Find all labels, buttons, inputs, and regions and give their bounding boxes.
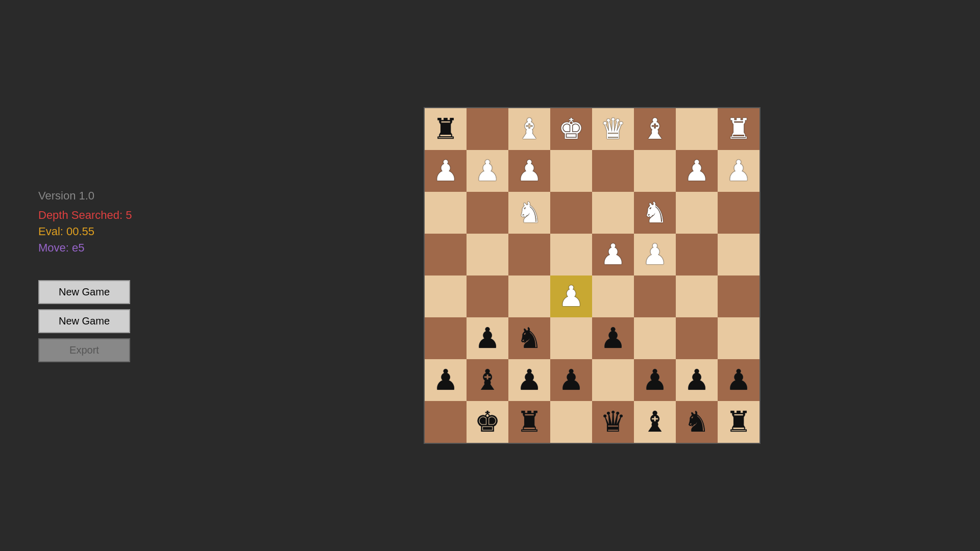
piece-0-5: ♝ (642, 115, 668, 143)
cell-5-4[interactable]: ♟ (592, 317, 634, 359)
cell-6-2[interactable]: ♟ (508, 359, 550, 401)
cell-7-7[interactable]: ♜ (718, 401, 760, 443)
cell-0-2[interactable]: ♝ (508, 108, 550, 150)
cell-6-1[interactable]: ♝ (467, 359, 508, 401)
cell-0-1[interactable] (467, 108, 508, 150)
cell-5-1[interactable]: ♟ (467, 317, 508, 359)
cell-3-4[interactable]: ♟ (592, 234, 634, 276)
cell-4-5[interactable] (634, 276, 676, 317)
piece-0-4: ♛ (600, 115, 626, 143)
cell-7-2[interactable]: ♜ (508, 401, 550, 443)
piece-0-0: ♜ (433, 115, 458, 143)
cell-1-4[interactable] (592, 150, 634, 192)
cell-7-0[interactable] (425, 401, 467, 443)
piece-6-6: ♟ (684, 366, 709, 394)
piece-7-2: ♜ (517, 408, 542, 436)
eval-label: Eval: 00.55 (38, 225, 166, 238)
piece-5-1: ♟ (475, 324, 500, 353)
cell-6-7[interactable]: ♟ (718, 359, 760, 401)
cell-0-7[interactable]: ♜ (718, 108, 760, 150)
piece-3-4: ♟ (600, 240, 626, 269)
cell-4-1[interactable] (467, 276, 508, 317)
piece-5-2: ♞ (517, 324, 542, 353)
cell-0-5[interactable]: ♝ (634, 108, 676, 150)
piece-6-0: ♟ (433, 366, 458, 394)
cell-6-3[interactable]: ♟ (550, 359, 592, 401)
board-container: ♜♝♚♛♝♜♟♟♟♟♟♞♞♟♟♟♟♞♟♟♝♟♟♟♟♟♚♜♛♝♞♜ (204, 107, 980, 444)
cell-7-5[interactable]: ♝ (634, 401, 676, 443)
piece-0-3: ♚ (558, 115, 584, 143)
piece-7-7: ♜ (726, 408, 751, 436)
cell-6-6[interactable]: ♟ (676, 359, 718, 401)
cell-0-3[interactable]: ♚ (550, 108, 592, 150)
cell-3-5[interactable]: ♟ (634, 234, 676, 276)
cell-2-4[interactable] (592, 192, 634, 234)
chess-board[interactable]: ♜♝♚♛♝♜♟♟♟♟♟♞♞♟♟♟♟♞♟♟♝♟♟♟♟♟♚♜♛♝♞♜ (424, 107, 761, 444)
cell-5-3[interactable] (550, 317, 592, 359)
piece-1-7: ♟ (726, 157, 751, 185)
cell-6-0[interactable]: ♟ (425, 359, 467, 401)
cell-1-5[interactable] (634, 150, 676, 192)
cell-4-2[interactable] (508, 276, 550, 317)
piece-5-4: ♟ (600, 324, 626, 353)
cell-5-7[interactable] (718, 317, 760, 359)
cell-1-6[interactable]: ♟ (676, 150, 718, 192)
cell-1-7[interactable]: ♟ (718, 150, 760, 192)
cell-3-6[interactable] (676, 234, 718, 276)
piece-6-5: ♟ (642, 366, 668, 394)
cell-3-1[interactable] (467, 234, 508, 276)
cell-7-1[interactable]: ♚ (467, 401, 508, 443)
piece-2-5: ♞ (642, 198, 668, 227)
cell-2-3[interactable] (550, 192, 592, 234)
cell-0-4[interactable]: ♛ (592, 108, 634, 150)
cell-3-7[interactable] (718, 234, 760, 276)
piece-7-6: ♞ (684, 408, 709, 436)
piece-4-3: ♟ (558, 282, 584, 311)
piece-7-4: ♛ (600, 408, 626, 436)
cell-6-4[interactable] (592, 359, 634, 401)
cell-2-2[interactable]: ♞ (508, 192, 550, 234)
cell-1-1[interactable]: ♟ (467, 150, 508, 192)
piece-7-5: ♝ (642, 408, 668, 436)
cell-1-0[interactable]: ♟ (425, 150, 467, 192)
cell-3-3[interactable] (550, 234, 592, 276)
version-label: Version 1.0 (38, 189, 166, 203)
cell-4-6[interactable] (676, 276, 718, 317)
sidebar: Version 1.0 Depth Searched: 5 Eval: 00.5… (0, 0, 204, 551)
piece-1-2: ♟ (517, 157, 542, 185)
cell-5-0[interactable] (425, 317, 467, 359)
cell-6-5[interactable]: ♟ (634, 359, 676, 401)
cell-2-6[interactable] (676, 192, 718, 234)
cell-1-2[interactable]: ♟ (508, 150, 550, 192)
cell-2-1[interactable] (467, 192, 508, 234)
cell-4-3[interactable]: ♟ (550, 276, 592, 317)
cell-2-0[interactable] (425, 192, 467, 234)
new-game-button-1[interactable]: New Game (38, 280, 130, 304)
piece-1-6: ♟ (684, 157, 709, 185)
cell-0-0[interactable]: ♜ (425, 108, 467, 150)
cell-3-2[interactable] (508, 234, 550, 276)
cell-5-5[interactable] (634, 317, 676, 359)
cell-5-2[interactable]: ♞ (508, 317, 550, 359)
depth-searched-label: Depth Searched: 5 (38, 209, 166, 222)
cell-0-6[interactable] (676, 108, 718, 150)
piece-1-0: ♟ (433, 157, 458, 185)
cell-4-4[interactable] (592, 276, 634, 317)
cell-7-6[interactable]: ♞ (676, 401, 718, 443)
cell-4-0[interactable] (425, 276, 467, 317)
piece-2-2: ♞ (517, 198, 542, 227)
cell-2-7[interactable] (718, 192, 760, 234)
cell-5-6[interactable] (676, 317, 718, 359)
piece-6-2: ♟ (517, 366, 542, 394)
cell-4-7[interactable] (718, 276, 760, 317)
cell-3-0[interactable] (425, 234, 467, 276)
move-label: Move: e5 (38, 241, 166, 255)
cell-7-4[interactable]: ♛ (592, 401, 634, 443)
piece-0-7: ♜ (726, 115, 751, 143)
cell-1-3[interactable] (550, 150, 592, 192)
cell-7-3[interactable] (550, 401, 592, 443)
cell-2-5[interactable]: ♞ (634, 192, 676, 234)
new-game-button-2[interactable]: New Game (38, 309, 130, 333)
export-button[interactable]: Export (38, 338, 130, 362)
piece-6-7: ♟ (726, 366, 751, 394)
